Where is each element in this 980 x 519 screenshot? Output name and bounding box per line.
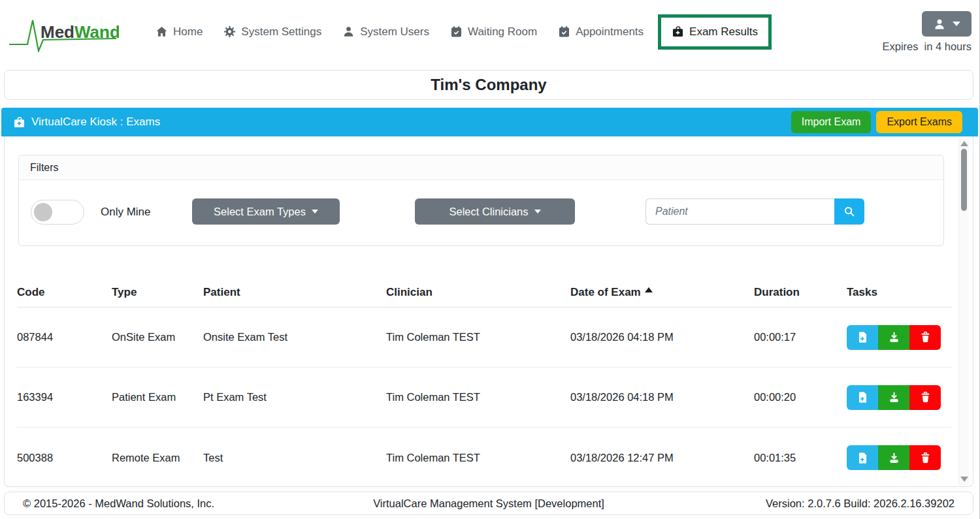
nav-label: System Settings <box>241 25 321 39</box>
select-clinicians-dropdown[interactable]: Select Clinicians <box>415 198 575 225</box>
dropdown-label: Select Exam Types <box>214 206 306 218</box>
user-icon <box>342 25 355 38</box>
download-icon <box>888 391 900 403</box>
delete-exam-button[interactable] <box>909 445 941 470</box>
chevron-down-icon <box>312 210 318 213</box>
column-header-patient[interactable]: Patient <box>203 286 386 299</box>
svg-text:MedWand: MedWand <box>41 22 119 42</box>
export-exams-button[interactable]: Export Exams <box>876 111 962 133</box>
account-menu-button[interactable] <box>922 11 972 37</box>
filters-header: Filters <box>19 155 943 180</box>
kiosk-actions: Import Exam Export Exams <box>791 111 962 133</box>
chevron-down-icon <box>534 210 541 213</box>
cell-type: Remote Exam <box>112 452 203 464</box>
account-area: Expires in 4 hours <box>883 11 972 53</box>
view-report-button[interactable] <box>847 385 878 410</box>
gear-icon <box>223 25 236 38</box>
trash-icon <box>919 391 932 403</box>
import-exam-button[interactable]: Import Exam <box>791 111 872 133</box>
file-plus-icon <box>857 391 869 403</box>
patient-search-button[interactable] <box>834 198 864 225</box>
trash-icon <box>919 331 932 343</box>
patient-search-input[interactable] <box>645 198 834 225</box>
download-exam-button[interactable] <box>878 325 909 350</box>
kiosk-title: VirtualCare Kiosk : Exams <box>13 116 160 129</box>
home-icon <box>155 25 168 38</box>
cell-duration: 00:01:35 <box>754 452 847 464</box>
nav-label: Home <box>173 25 203 39</box>
nav-item-system-users[interactable]: System Users <box>342 25 429 39</box>
calendar-check-icon <box>558 25 570 38</box>
only-mine-toggle[interactable] <box>31 200 84 225</box>
table-row: 087844 OnSite Exam Onsite Exam Test Tim … <box>17 307 951 368</box>
patient-search-group <box>645 198 864 225</box>
cell-clinician: Tim Coleman TEST <box>386 452 570 464</box>
select-exam-types-dropdown[interactable]: Select Exam Types <box>192 198 340 225</box>
only-mine-label: Only Mine <box>101 206 151 219</box>
nav-item-waiting-room[interactable]: Waiting Room <box>450 25 537 39</box>
nav-label: Waiting Room <box>468 25 537 39</box>
cell-tasks <box>847 385 951 410</box>
scrollbar-thumb[interactable] <box>961 149 967 211</box>
cell-duration: 00:00:17 <box>754 331 847 343</box>
scroll-up-arrow-icon[interactable] <box>960 141 968 146</box>
dropdown-label: Select Clinicians <box>449 206 528 218</box>
cell-duration: 00:00:20 <box>754 391 847 403</box>
expires-value: in 4 hours <box>924 40 972 53</box>
table-row: 500388 Remote Exam Test Tim Coleman TEST… <box>17 428 951 488</box>
exams-content-panel: Filters Only Mine Select Exam Types Sele… <box>4 136 973 487</box>
cell-clinician: Tim Coleman TEST <box>386 331 570 343</box>
company-title-card: Tim's Company <box>4 70 973 100</box>
column-header-clinician[interactable]: Clinician <box>386 286 570 299</box>
column-header-date[interactable]: Date of Exam <box>570 286 754 299</box>
file-plus-icon <box>857 331 869 343</box>
medical-bag-icon <box>13 116 25 129</box>
medical-bag-icon <box>672 25 684 38</box>
nav-label: Exam Results <box>689 25 758 39</box>
kiosk-header-bar: VirtualCare Kiosk : Exams Import Exam Ex… <box>1 108 978 136</box>
toggle-knob <box>34 203 52 221</box>
column-header-tasks: Tasks <box>847 286 951 299</box>
cell-patient: Pt Exam Test <box>203 391 386 403</box>
expires-label: Expires <box>883 40 919 53</box>
cell-clinician: Tim Coleman TEST <box>386 391 570 403</box>
view-report-button[interactable] <box>847 325 878 350</box>
filters-body: Only Mine Select Exam Types Select Clini… <box>19 180 943 246</box>
cell-code: 500388 <box>17 452 112 464</box>
nav-item-exam-results[interactable]: Exam Results <box>672 25 758 39</box>
nav-label: System Users <box>360 25 429 39</box>
cell-code: 087844 <box>17 331 112 343</box>
view-report-button[interactable] <box>847 445 878 470</box>
footer-version: Version: 2.0.7.6 Build: 2026.2.16.39202 <box>766 497 955 510</box>
nav-item-appointments[interactable]: Appointments <box>558 25 644 39</box>
download-exam-button[interactable] <box>878 445 909 470</box>
download-exam-button[interactable] <box>878 385 909 410</box>
kiosk-title-text: VirtualCare Kiosk : Exams <box>31 116 160 129</box>
search-icon <box>843 205 856 218</box>
nav-item-home[interactable]: Home <box>155 25 203 39</box>
column-header-duration[interactable]: Duration <box>754 286 847 299</box>
nav-item-system-settings[interactable]: System Settings <box>223 25 321 39</box>
table-header-row: Code Type Patient Clinician Date of Exam… <box>17 277 951 307</box>
column-header-code[interactable]: Code <box>17 286 112 299</box>
footer-copyright: © 2015-2026 - MedWand Solutions, Inc. <box>23 497 214 510</box>
exams-table: Code Type Patient Clinician Date of Exam… <box>17 277 951 488</box>
exam-results-highlight-box: Exam Results <box>658 14 772 50</box>
app-footer: © 2015-2026 - MedWand Solutions, Inc. Vi… <box>4 492 973 515</box>
delete-exam-button[interactable] <box>909 385 941 410</box>
cell-type: OnSite Exam <box>112 331 203 343</box>
file-plus-icon <box>857 452 869 464</box>
vertical-scrollbar[interactable] <box>958 138 969 485</box>
table-row: 163394 Patient Exam Pt Exam Test Tim Col… <box>17 368 951 428</box>
medwand-logo[interactable]: MedWand <box>8 12 119 52</box>
cell-date: 03/18/2026 04:18 PM <box>570 391 754 403</box>
download-icon <box>888 452 900 464</box>
session-expiry: Expires in 4 hours <box>883 40 972 53</box>
column-header-type[interactable]: Type <box>112 286 203 299</box>
column-header-date-label: Date of Exam <box>570 286 641 299</box>
top-navbar: MedWand Home <box>0 0 979 63</box>
delete-exam-button[interactable] <box>909 325 941 350</box>
scroll-down-arrow-icon[interactable] <box>960 477 968 482</box>
chevron-down-icon <box>953 22 960 26</box>
cell-date: 03/18/2026 04:18 PM <box>570 331 754 343</box>
